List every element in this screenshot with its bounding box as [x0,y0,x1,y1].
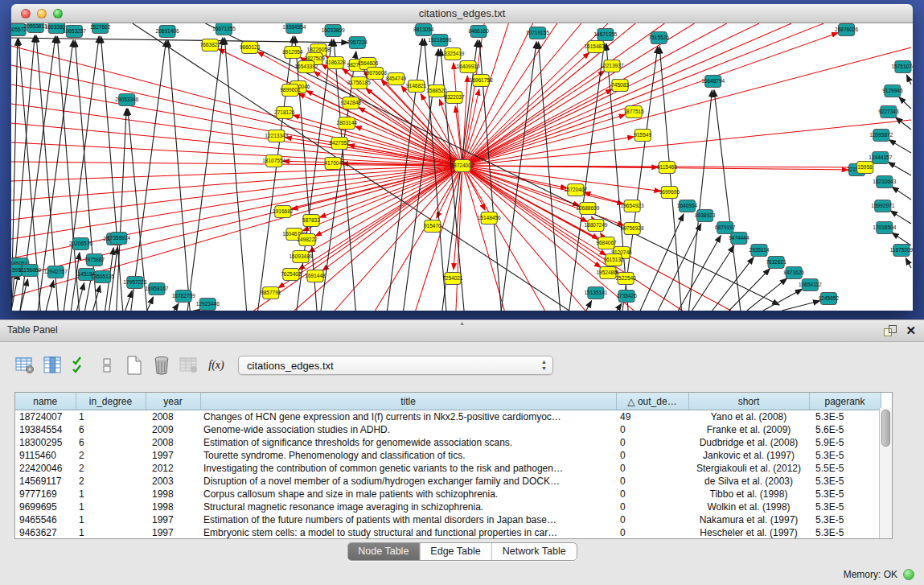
window-title: citations_edges.txt [11,4,913,23]
table-cell: 5.6E-5 [809,423,881,436]
memory-ok-indicator[interactable] [903,569,914,580]
graph-node-label: 20553813 [24,23,47,29]
graph-node-label: 587833 [302,217,320,223]
graph-node-label: 9860123 [240,44,261,50]
table-cell: 0 [616,488,688,501]
table-cell: Corpus callosum shape and size in male p… [200,488,616,501]
delete-table-button[interactable] [151,355,172,376]
graph-node-label: 29053346 [115,97,138,102]
table-cell: 2008 [146,436,200,449]
row-height-button[interactable] [97,355,117,376]
table-cell: 1997 [146,526,200,539]
graph-node-label: 16154838 [584,43,607,49]
table-cell: 9463627 [15,526,76,539]
graph-node-label: 16782759 [172,293,195,299]
table-cell: Nakamura et al. (1997) [688,513,809,526]
table-row[interactable]: 1938455462009Genome-wide association stu… [15,423,881,436]
graph-node-label: 1527602 [90,24,111,30]
function-builder-button[interactable]: f(x) [206,355,227,376]
graph-node-label: 12942757 [44,269,68,274]
table-row[interactable]: 969969511998Structural magnetic resonanc… [15,501,881,513]
column-visibility-button[interactable] [42,355,63,376]
table-cell: 6 [76,423,146,436]
graph-node-label: 12093872 [869,132,893,138]
table-panel: ▴ Table Panel ✕ [0,319,924,585]
column-header-name[interactable]: name [15,393,76,410]
table-cell: de Silva et al. (2003) [688,475,809,488]
table-row[interactable]: 946362711997Embryonic stem cells: a mode… [15,526,881,539]
desktop-background: citations_edges.txt 18724007240557242055… [0,0,924,319]
tab-node-table[interactable]: Node Table [347,543,420,560]
column-header-title[interactable]: title [200,393,616,410]
window-titlebar[interactable]: citations_edges.txt [11,4,913,23]
graph-node-label: 2935114 [749,247,770,253]
table-cell: Tibbo et al. (1998) [688,488,809,501]
graph-node-label: 8427552 [329,140,350,146]
table-row[interactable]: 977716911998Corpus callosum shape and si… [15,488,881,501]
column-header-pagerank[interactable]: pagerank [809,393,881,410]
graph-node-label: 19384554 [282,24,306,30]
table-cell: 1998 [146,501,200,513]
table-cell: Jankovic et al. (1997) [688,449,809,462]
float-panel-icon[interactable] [884,325,896,336]
column-header-out_de[interactable]: △ out_de… [616,393,688,410]
table-cell: 1 [76,410,146,424]
table-cell: 0 [616,436,688,449]
graph-node-label: 16648794 [701,78,725,84]
close-panel-icon[interactable]: ✕ [906,324,916,336]
table-cell: 2003 [146,475,200,488]
graph-node-label: 14671355 [593,31,617,37]
graph-node-label: 7625402 [281,271,302,277]
table-row[interactable]: 911546021997Tourette syndrome. Phenomeno… [15,449,881,462]
new-table-button[interactable] [124,355,145,376]
table-cell: 0 [616,449,688,462]
graph-node-label: 7663822 [200,42,221,47]
table-cell: 6 [76,436,146,449]
table-cell: 18724007 [15,410,76,424]
table-row[interactable]: 1456911722003Disruption of a novel membe… [15,475,881,488]
column-header-year[interactable]: year [146,393,200,410]
tab-network-table[interactable]: Network Table [492,543,577,560]
column-header-short[interactable]: short [688,393,809,410]
tab-edge-table[interactable]: Edge Table [420,543,491,560]
splitter-grip-icon[interactable]: ▴ [460,319,463,327]
table-cell: 1998 [146,488,200,501]
table-select-dropdown[interactable]: citations_edges.txt ▲▼ [238,356,553,375]
graph-node-label: 1640954 [677,203,698,208]
table-cell: Estimation of the future numbers of pati… [200,513,616,526]
table-cell: Disruption of a novel member of a sodium… [200,475,616,488]
graph-node-label: 8466160 [468,28,489,34]
delete-column-button-disabled[interactable] [179,355,199,376]
scrollbar-thumb[interactable] [881,410,890,447]
table-row[interactable]: 946554611997Estimation of the future num… [15,513,881,526]
graph-node-label: 7515526 [649,35,670,40]
graph-node-label: 417004 [324,160,342,166]
column-header-in_degree[interactable]: in_degree [76,393,146,410]
graph-node-label: 8938923 [695,212,716,218]
select-rows-button[interactable] [69,355,90,376]
graph-node-label: 2718126 [274,109,295,115]
network-graph-canvas[interactable]: 1872400724055724205538131603380910653257… [11,23,913,311]
table-settings-button[interactable] [14,355,35,376]
table-scrollbar[interactable] [879,408,892,538]
table-cell: Stergiakouli et al. (2012) [688,462,809,475]
table-cell: 14569117 [15,475,76,488]
table-row[interactable]: 1872400712008Changes of HCN gene express… [15,410,881,424]
graph-node-label: 10653257 [63,28,86,34]
table-cell: 5.3E-5 [809,488,881,501]
graph-node-label: 19524861 [596,270,619,275]
graph-node-label: 2803144 [337,120,358,126]
graph-node-label: 8454749 [386,76,407,81]
delete-column-icon [179,356,199,374]
table-row[interactable]: 2242004622012Investigating the contribut… [15,462,881,475]
network-view-window[interactable]: citations_edges.txt 18724007240557242055… [11,4,913,311]
table-cell: 19384554 [15,423,76,436]
table-cell: 9699695 [15,501,76,513]
table-panel-header[interactable]: ▴ Table Panel ✕ [0,319,924,342]
graph-node-label: 745083 [611,82,629,88]
graph-node-label: 8471626 [784,270,805,275]
table-cell: 1997 [146,449,200,462]
graph-node-label: 9129946 [882,88,903,93]
table-cell: 0 [616,526,688,539]
table-row[interactable]: 1830029562008Estimation of significance … [15,436,881,449]
